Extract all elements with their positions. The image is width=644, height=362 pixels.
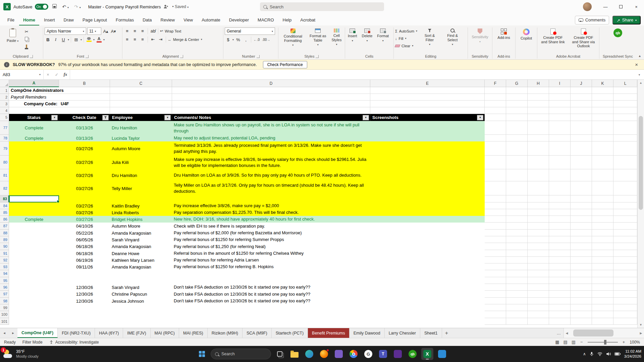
grid-cell[interactable] xyxy=(613,298,637,304)
row-header-5[interactable]: 5 xyxy=(0,114,9,121)
grid-cell[interactable] xyxy=(613,195,637,202)
autosum-button[interactable]: ΣAutoSum▾ xyxy=(395,27,417,35)
grid-cell[interactable] xyxy=(613,107,637,114)
cell-C97[interactable]: Christine Papscun xyxy=(110,291,172,298)
grid-cell[interactable] xyxy=(571,114,592,121)
grid-cell[interactable] xyxy=(613,135,637,141)
grid-cell[interactable] xyxy=(571,223,592,230)
grid-cell[interactable] xyxy=(485,311,506,318)
grid-cell[interactable] xyxy=(592,291,613,298)
sheet-tab-sheet1[interactable]: Sheet1 xyxy=(420,328,442,338)
cell-C87[interactable]: Autumn Moore xyxy=(110,223,172,230)
cell-E1[interactable] xyxy=(370,87,485,94)
grid-cell[interactable] xyxy=(592,216,613,223)
cell-B89[interactable]: 06/05/26 xyxy=(59,236,110,243)
grid-cell[interactable] xyxy=(485,250,506,257)
grid-cell[interactable] xyxy=(528,101,549,107)
grid-cell[interactable] xyxy=(571,202,592,209)
column-header-L[interactable]: L xyxy=(613,80,637,87)
cell-B79[interactable]: 03/27/26 xyxy=(59,141,110,156)
grid-cell[interactable] xyxy=(613,101,637,107)
grid-cell[interactable] xyxy=(571,270,592,277)
grid-cell[interactable] xyxy=(485,156,506,169)
cell-E87[interactable] xyxy=(370,223,485,230)
grid-cell[interactable] xyxy=(506,169,528,181)
grid-cell[interactable] xyxy=(549,298,571,304)
grid-cell[interactable] xyxy=(528,304,549,311)
zoom-slider[interactable] xyxy=(588,342,618,343)
grid-cell[interactable] xyxy=(549,311,571,318)
battery-icon[interactable] xyxy=(614,352,621,356)
chrome-icon[interactable] xyxy=(347,348,360,360)
grid-cell[interactable] xyxy=(592,107,613,114)
row-header-90[interactable]: 90 xyxy=(0,243,9,250)
find-select-button[interactable]: Find & Select▾ xyxy=(442,27,463,47)
ribbon-tab-formulas[interactable]: Formulas xyxy=(112,15,138,25)
grid-cell[interactable] xyxy=(506,230,528,236)
new-sheet-button[interactable]: + xyxy=(442,328,451,338)
grid-cell[interactable] xyxy=(506,141,528,156)
grid-cell[interactable] xyxy=(485,243,506,250)
grid-cell[interactable] xyxy=(485,121,506,135)
copilot-button[interactable]: Copilot xyxy=(519,27,533,42)
grid-cell[interactable] xyxy=(592,263,613,270)
cell-A78[interactable]: Complete xyxy=(9,135,59,141)
grid-cell[interactable] xyxy=(592,87,613,94)
align-middle-icon[interactable]: ≡ xyxy=(131,28,138,35)
cell-E89[interactable] xyxy=(370,236,485,243)
underline-button[interactable]: U xyxy=(60,36,67,43)
grid-cell[interactable] xyxy=(528,230,549,236)
vertical-scroll-thumb[interactable] xyxy=(639,116,643,210)
increase-decimal-icon[interactable]: ←.0 xyxy=(253,36,260,43)
comments-button[interactable]: Comments xyxy=(575,16,609,24)
grid-cell[interactable] xyxy=(506,209,528,216)
grid-cell[interactable] xyxy=(528,202,549,209)
grid-cell[interactable] xyxy=(506,195,528,202)
save-button[interactable] xyxy=(51,3,58,10)
grid-cell[interactable] xyxy=(592,114,613,121)
grid-cell[interactable] xyxy=(485,87,506,94)
grid-cell[interactable] xyxy=(485,223,506,230)
collapse-ribbon-icon[interactable]: ▴ xyxy=(639,54,641,58)
cell-C88[interactable]: Amanda Karagosian xyxy=(110,230,172,236)
grid-cell[interactable] xyxy=(613,291,637,298)
row-header-81[interactable]: 81 xyxy=(0,169,9,181)
filter-button-A[interactable]: ▾ xyxy=(51,115,58,120)
grid-cell[interactable] xyxy=(571,135,592,141)
grid-cell[interactable] xyxy=(528,284,549,291)
grid-cell[interactable] xyxy=(613,141,637,156)
grid-cell[interactable] xyxy=(528,250,549,257)
grid-cell[interactable] xyxy=(506,121,528,135)
row-header-95[interactable]: 95 xyxy=(0,277,9,284)
percent-format-icon[interactable]: % xyxy=(235,36,241,43)
grid-cell[interactable] xyxy=(592,236,613,243)
filter-button-C[interactable]: ▾ xyxy=(164,115,171,120)
grid-cell[interactable] xyxy=(613,156,637,169)
scroll-down-icon[interactable]: ▼ xyxy=(639,322,642,328)
volume-icon[interactable] xyxy=(606,352,611,356)
grid-cell[interactable] xyxy=(592,318,613,325)
grid-cell[interactable] xyxy=(549,156,571,169)
grid-cell[interactable] xyxy=(571,298,592,304)
grid-cell[interactable] xyxy=(506,250,528,257)
grid-cell[interactable] xyxy=(485,277,506,284)
cell-E3[interactable] xyxy=(370,101,485,107)
grid-cell[interactable] xyxy=(549,202,571,209)
cell-A92[interactable] xyxy=(9,257,59,263)
sheet-tab-ime-fjv[interactable]: IME (FJV) xyxy=(123,328,150,338)
grid-cell[interactable] xyxy=(528,181,549,195)
ribbon-tab-view[interactable]: View xyxy=(179,15,197,25)
zoom-out-icon[interactable]: − xyxy=(580,340,584,345)
cell-E97[interactable] xyxy=(370,291,485,298)
share-button[interactable]: ↗Share▾ xyxy=(612,16,641,24)
cell-B4[interactable] xyxy=(59,107,110,114)
grid-cell[interactable] xyxy=(549,121,571,135)
grid-cell[interactable] xyxy=(549,318,571,325)
grid-cell[interactable] xyxy=(592,298,613,304)
cell-D93[interactable]: Pay referral bonus of $1250 for referrin… xyxy=(172,263,370,270)
grid-cell[interactable] xyxy=(528,277,549,284)
cell-C90[interactable]: Amanda Karagosian xyxy=(110,243,172,250)
cell-B78[interactable]: 03/13/26 xyxy=(59,135,110,141)
grid-cell[interactable] xyxy=(506,311,528,318)
cell-D97[interactable]: Don't take FSA deduction on 12/30/26 bc … xyxy=(172,291,370,298)
